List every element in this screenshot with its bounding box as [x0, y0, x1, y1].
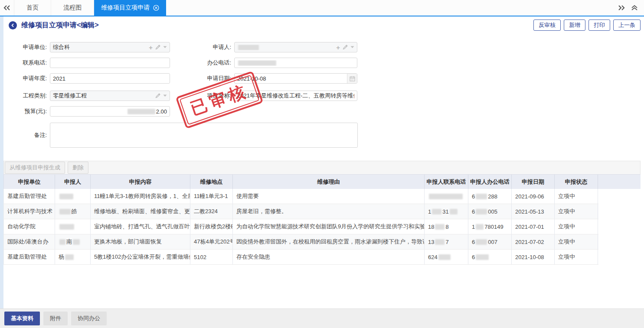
redacted-text: [59, 209, 71, 214]
apply-year-input[interactable]: 2021: [50, 73, 170, 84]
back-button[interactable]: [9, 21, 17, 29]
table-cell: 2021-10-08: [512, 250, 555, 264]
field-contact-phone: 联系电话:: [3, 58, 170, 68]
unapprove-button[interactable]: 反审核: [533, 19, 561, 31]
add-icon[interactable]: +: [336, 44, 340, 51]
contact-phone-label: 联系电话:: [3, 59, 50, 67]
delete-button[interactable]: 删除: [68, 162, 88, 174]
text-segment: 47栋4单元202号: [194, 238, 233, 246]
table-row[interactable]: 基建后勤管理处杨5教1楼102办公室墙体开裂，需重做墙体5102存在安全隐患62…: [3, 250, 598, 265]
table-cell: 南: [55, 234, 91, 249]
table-cell: 624: [425, 250, 468, 264]
table-row[interactable]: 国际处/港澳台办南更换木地板，部门墙面恢复47栋4单元202号因疫情外教滞留国外…: [3, 234, 598, 250]
project-type-input[interactable]: 零星维修工程: [50, 91, 170, 101]
apply-date-input[interactable]: 2021-10-08: [234, 73, 357, 84]
table-cell: 131: [425, 204, 468, 219]
table-row[interactable]: 计算机科学与技术皓维修地板、粉刷墙面、维修窗帘盒、更换二教2324房屋老旧，需修…: [3, 204, 598, 219]
chevron-down-icon[interactable]: [163, 94, 167, 97]
column-header[interactable]: 申报单位: [4, 175, 55, 189]
chevron-down-icon[interactable]: [350, 46, 354, 49]
field-apply-year: 申请年度: 2021: [3, 73, 170, 84]
footer-tab-attachment[interactable]: 附件: [43, 312, 68, 325]
column-header[interactable]: 申报人办公电话: [468, 175, 512, 189]
text-segment: 8: [445, 224, 448, 230]
chevron-down-icon[interactable]: [163, 46, 167, 49]
print-button[interactable]: 打印: [588, 19, 610, 31]
table-cell: 使用需要: [233, 189, 425, 204]
table-cell: [55, 189, 91, 204]
add-icon[interactable]: +: [149, 44, 153, 51]
column-header[interactable]: 维修地点: [190, 175, 233, 189]
contact-phone-input[interactable]: [50, 58, 170, 68]
table-row[interactable]: 基建后勤管理处11幢1单元3-1教师周转房装修，1、全屋11幢1单元3-1使用需…: [3, 189, 598, 204]
table-cell: 房屋老旧，需修整。: [233, 204, 425, 219]
tab-repair-application-label: 维修项目立项申请: [101, 4, 150, 12]
text-segment: 立项中: [558, 238, 575, 246]
column-header[interactable]: 维修理由: [233, 175, 425, 189]
text-segment: 5102: [194, 254, 206, 260]
table-cell: 137: [425, 234, 468, 249]
table-cell: 维修地板、粉刷墙面、维修窗帘盒、更换: [91, 204, 190, 219]
table-cell: 11幢1单元3-1教师周转房装修，1、全屋: [91, 189, 190, 204]
tab-scroll-right-icon[interactable]: [618, 5, 625, 10]
table-cell: 立项中: [555, 234, 598, 249]
footer-tab-collaboration[interactable]: 协同办公: [71, 312, 107, 325]
tab-bar-spacer: [166, 0, 618, 16]
table-cell: 6: [468, 250, 512, 264]
tab-repair-application[interactable]: 维修项目立项申请: [94, 0, 166, 16]
collapse-panel-icon[interactable]: [631, 5, 638, 11]
left-margin-strip: [0, 16, 3, 309]
text-segment: 使用需要: [236, 192, 259, 200]
tab-close-icon[interactable]: [153, 5, 159, 11]
remark-textarea[interactable]: [50, 123, 358, 148]
table-cell: 2021-05-13: [512, 204, 555, 219]
field-apply-date: 申请日期: 2021-10-08: [181, 73, 357, 84]
field-office-phone: 办公电话:: [181, 58, 357, 68]
redacted-text: [476, 194, 487, 199]
column-header[interactable]: 申报人联系电话: [425, 175, 468, 189]
redacted-text: [238, 45, 259, 50]
table-cell: 立项中: [555, 219, 598, 234]
table-cell: [55, 219, 91, 234]
applicant-input[interactable]: +: [234, 42, 357, 52]
redacted-text: [127, 109, 155, 114]
apply-date-label: 申请日期:: [181, 75, 234, 82]
table-cell: 杨: [55, 250, 91, 264]
redacted-text: [59, 224, 74, 230]
brush-select-icon[interactable]: [342, 44, 348, 50]
apply-unit-label: 申请单位:: [3, 43, 50, 51]
table-cell: 立项中: [555, 204, 598, 219]
table-cell: 2021-09-06: [512, 189, 555, 204]
column-header[interactable]: 申报人: [55, 175, 91, 189]
add-button[interactable]: 新增: [564, 19, 585, 31]
previous-record-button[interactable]: 上一条: [613, 19, 641, 31]
tab-home-label: 首页: [26, 4, 39, 12]
redacted-text: [476, 254, 489, 260]
text-segment: 国际处/港澳台办: [7, 238, 49, 246]
budget-input[interactable]: 2.00: [50, 106, 170, 117]
brush-select-icon[interactable]: [155, 44, 161, 50]
text-segment: 立项中: [558, 192, 575, 200]
tab-home[interactable]: 首页: [14, 0, 51, 16]
text-segment: 基建后勤管理处: [7, 192, 47, 200]
tab-scroll-left-icon[interactable]: [0, 0, 14, 16]
project-name-input[interactable]: 2021年零星维修改造工程-二、五教周转房等维修改: [234, 91, 357, 101]
column-header[interactable]: 申报日期: [512, 175, 555, 189]
table-cell: 计算机科学与技术: [4, 204, 55, 219]
office-phone-input[interactable]: [234, 58, 357, 68]
calendar-icon[interactable]: [347, 74, 357, 83]
column-header[interactable]: 申报内容: [91, 175, 190, 189]
apply-unit-input[interactable]: 综合科 +: [50, 42, 170, 52]
table-row[interactable]: 自动化学院室内铺地砖、打透气孔、透气孔做百叶窗、新行政楼负2楼B2为自动化学院智…: [3, 219, 598, 234]
generate-from-declaration-button[interactable]: 从维修项目申报生成: [5, 162, 65, 174]
text-segment: 计算机科学与技术: [7, 208, 52, 215]
redacted-text: [438, 254, 451, 260]
text-segment: 基建后勤管理处: [7, 253, 47, 261]
apply-date-value: 2021-10-08: [237, 75, 266, 82]
column-header[interactable]: 申报状态: [555, 175, 598, 189]
footer-tab-basic-info[interactable]: 基本资料: [4, 312, 40, 325]
tab-flowchart[interactable]: 流程图: [51, 0, 94, 16]
applicant-label: 申请人:: [181, 43, 234, 51]
brush-select-icon[interactable]: [155, 93, 161, 99]
project-type-label: 工程类别:: [3, 92, 50, 100]
